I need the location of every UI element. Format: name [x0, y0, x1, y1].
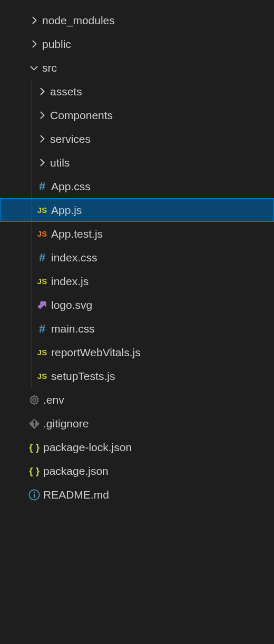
indent-guide	[32, 174, 32, 198]
file-item[interactable]: .env	[0, 388, 274, 412]
svg-rect-0	[38, 305, 42, 308]
file-item[interactable]: #App.css	[0, 174, 274, 198]
chevron-right-icon[interactable]	[34, 157, 49, 168]
tree-item-label: src	[41, 62, 57, 74]
indent-guide	[32, 80, 32, 103]
tree-item-label: index.js	[50, 275, 89, 288]
folder-item[interactable]: services	[0, 127, 274, 151]
file-item[interactable]: #index.css	[0, 246, 274, 269]
tree-item-label: logo.svg	[50, 299, 92, 311]
tree-item-label: .env	[42, 394, 64, 406]
file-item[interactable]: #main.css	[0, 317, 274, 340]
folder-item[interactable]: node_modules	[0, 8, 274, 32]
indent-guide	[32, 103, 32, 127]
tree-item-label: package.json	[42, 465, 109, 477]
gear-icon	[26, 395, 42, 405]
css-icon: #	[34, 252, 50, 264]
indent-guide	[32, 127, 32, 151]
folder-item[interactable]: utils	[0, 151, 274, 174]
tree-item-label: public	[41, 38, 71, 51]
tree-item-label: utils	[49, 157, 70, 169]
indent-guide	[32, 151, 32, 174]
indent-guide	[32, 222, 32, 246]
json-icon: { }	[26, 465, 42, 477]
image-icon	[34, 300, 50, 310]
tree-item-label: index.css	[50, 251, 97, 264]
indent-guide	[32, 293, 32, 317]
javascript-test-icon: JS	[34, 229, 50, 238]
chevron-right-icon[interactable]	[26, 15, 41, 26]
file-item[interactable]: { }package.json	[0, 459, 274, 483]
file-item[interactable]: JSsetupTests.js	[0, 364, 274, 388]
tree-item-label: setupTests.js	[50, 370, 115, 383]
tree-item-label: App.test.js	[50, 228, 103, 240]
indent-guide	[32, 364, 32, 388]
file-item[interactable]: { }package-lock.json	[0, 435, 274, 459]
file-item[interactable]: .gitignore	[0, 412, 274, 435]
file-item[interactable]: JSreportWebVitals.js	[0, 340, 274, 364]
file-item[interactable]: JSApp.js	[0, 198, 274, 222]
tree-item-label: .gitignore	[42, 417, 89, 430]
info-icon	[26, 489, 42, 501]
file-item[interactable]: logo.svg	[0, 293, 274, 317]
javascript-icon: JS	[34, 277, 50, 286]
chevron-right-icon[interactable]	[34, 110, 49, 121]
indent-guide	[32, 198, 32, 222]
file-item[interactable]: JSindex.js	[0, 269, 274, 293]
tree-item-label: reportWebVitals.js	[50, 346, 141, 359]
tree-item-label: README.md	[42, 489, 109, 501]
tree-item-label: package-lock.json	[42, 441, 132, 454]
file-explorer-tree: node_modulespublicsrcassetsComponentsser…	[0, 0, 274, 506]
css-icon: #	[34, 181, 50, 192]
css-icon: #	[34, 323, 50, 335]
git-icon	[26, 418, 42, 429]
svg-rect-3	[34, 494, 35, 497]
folder-item[interactable]: Components	[0, 103, 274, 127]
tree-item-label: App.js	[50, 204, 82, 217]
javascript-icon: JS	[34, 372, 50, 380]
indent-guide	[32, 340, 32, 364]
tree-item-label: node_modules	[41, 14, 115, 27]
folder-item[interactable]: public	[0, 32, 274, 56]
chevron-right-icon[interactable]	[26, 38, 41, 50]
indent-guide	[32, 246, 32, 269]
chevron-down-icon[interactable]	[26, 62, 41, 73]
javascript-icon: JS	[34, 206, 50, 214]
chevron-right-icon[interactable]	[34, 86, 49, 97]
indent-guide	[32, 317, 32, 340]
chevron-right-icon[interactable]	[34, 133, 49, 144]
json-icon: { }	[26, 442, 42, 453]
folder-item[interactable]: src	[0, 56, 274, 80]
tree-item-label: main.css	[50, 323, 95, 335]
folder-item[interactable]: assets	[0, 80, 274, 103]
file-item[interactable]: README.md	[0, 483, 274, 506]
svg-point-2	[34, 492, 35, 493]
tree-item-label: services	[49, 133, 91, 145]
javascript-icon: JS	[34, 348, 50, 357]
file-item[interactable]: JSApp.test.js	[0, 222, 274, 246]
tree-item-label: assets	[49, 85, 82, 98]
indent-guide	[32, 269, 32, 293]
tree-item-label: App.css	[50, 180, 91, 193]
tree-item-label: Components	[49, 109, 113, 122]
